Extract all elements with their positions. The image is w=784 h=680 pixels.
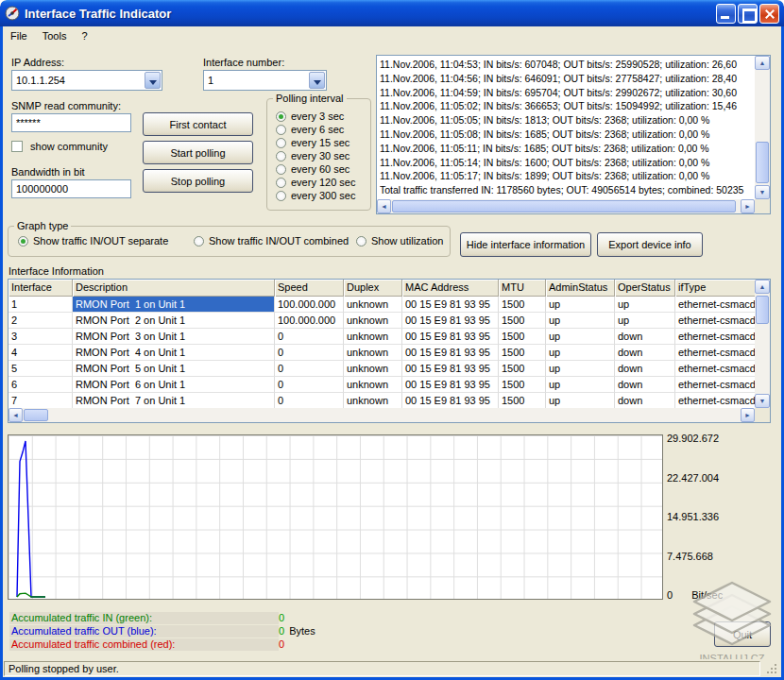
table-vertical-scrollbar[interactable]: ▲ ▼: [755, 280, 770, 408]
table-hscroll-thumb[interactable]: [24, 409, 48, 421]
scroll-right-icon[interactable]: ►: [741, 408, 755, 422]
polling-interval-option[interactable]: every 15 sec: [276, 137, 368, 150]
graph-type-option[interactable]: Show traffic IN/OUT combined: [194, 235, 349, 248]
interface-table: InterfaceDescriptionSpeedDuplexMAC Addre…: [8, 279, 771, 423]
polling-interval-option[interactable]: every 3 sec: [276, 110, 368, 124]
log-line: 11.Nov.2006, 11:05:14; IN bits/s: 1600; …: [380, 156, 753, 170]
menu-item-help[interactable]: ?: [74, 28, 94, 43]
radio-icon: [276, 164, 286, 175]
table-cell: ethernet-csmacd: [675, 393, 755, 408]
table-cell: up: [546, 329, 615, 345]
column-header-mtu[interactable]: MTU: [499, 280, 546, 297]
column-header-iftype[interactable]: ifType: [675, 280, 755, 297]
table-cell: 0: [275, 345, 344, 361]
polling-interval-option[interactable]: every 120 sec: [276, 177, 368, 190]
export-device-info-button[interactable]: Export device info: [597, 232, 703, 257]
table-cell: RMON Port 6 on Unit 1: [73, 377, 275, 393]
dropdown-arrow-icon[interactable]: [145, 72, 161, 89]
log-vscroll-thumb[interactable]: [756, 142, 769, 183]
radio-icon: [276, 191, 286, 201]
accumulated-value: 0: [279, 612, 284, 623]
table-row[interactable]: 5RMON Port 5 on Unit 10unknown00 15 E9 8…: [9, 361, 755, 377]
table-body: 1RMON Port 1 on Unit 1100.000.000unknown…: [9, 297, 755, 408]
polling-interval-title: Polling interval: [273, 93, 347, 104]
ip-address-select[interactable]: 10.1.1.254: [11, 70, 162, 91]
scroll-down-icon[interactable]: ▼: [755, 185, 770, 199]
checkbox-label: show community: [30, 141, 108, 152]
menu-item-file[interactable]: File: [3, 28, 35, 43]
polling-interval-option[interactable]: every 6 sec: [276, 124, 368, 137]
snmp-community-input[interactable]: [11, 113, 131, 132]
log-horizontal-scrollbar[interactable]: ◄ ►: [377, 199, 755, 213]
tick-value: 14.951.336: [667, 511, 719, 522]
close-button[interactable]: [759, 4, 779, 24]
show-community-checkbox[interactable]: show community: [11, 141, 108, 154]
table-cell: unknown: [344, 361, 402, 377]
scroll-right-icon[interactable]: ►: [741, 199, 755, 213]
accumulated-traffic: Accumulated traffic IN (green):0Accumula…: [9, 612, 416, 652]
radio-icon: [18, 236, 28, 246]
log-hscroll-thumb[interactable]: [392, 200, 736, 212]
scroll-left-icon[interactable]: ◄: [9, 408, 23, 422]
graph-type-option[interactable]: Show utilization: [356, 235, 443, 248]
polling-interval-option[interactable]: every 30 sec: [276, 150, 368, 163]
y-axis-tick: 7.475.668: [667, 551, 713, 562]
radio-label: every 60 sec: [291, 163, 349, 175]
table-vscroll-thumb[interactable]: [756, 296, 769, 324]
dropdown-arrow-icon[interactable]: [309, 72, 325, 89]
menu-item-tools[interactable]: Tools: [35, 28, 75, 43]
polling-interval-option[interactable]: every 300 sec: [276, 190, 368, 203]
y-axis-unit: Bit/sec: [691, 589, 723, 601]
column-header-duplex[interactable]: Duplex: [344, 280, 402, 297]
log-output[interactable]: 11.Nov.2006, 11:04:53; IN bits/s: 607048…: [376, 55, 771, 214]
first-contact-button[interactable]: First contact: [143, 112, 253, 136]
table-cell: 3: [9, 329, 73, 345]
table-row[interactable]: 6RMON Port 6 on Unit 10unknown00 15 E9 8…: [9, 377, 755, 393]
accumulated-unit: Bytes: [289, 625, 315, 637]
column-header-speed[interactable]: Speed: [275, 280, 344, 297]
scroll-up-icon[interactable]: ▲: [755, 56, 770, 70]
radio-icon: [276, 178, 286, 188]
polling-interval-option[interactable]: every 60 sec: [276, 163, 368, 177]
column-header-adminstatus[interactable]: AdminStatus: [546, 280, 615, 297]
column-header-description[interactable]: Description: [73, 280, 275, 297]
log-vertical-scrollbar[interactable]: ▲ ▼: [755, 56, 770, 199]
quit-button[interactable]: Quit: [714, 621, 771, 647]
hide-interface-info-button[interactable]: Hide interface information: [460, 232, 591, 257]
graph-type-option[interactable]: Show traffic IN/OUT separate: [18, 235, 168, 248]
table-row[interactable]: 7RMON Port 7 on Unit 10unknown00 15 E9 8…: [9, 393, 755, 408]
table-cell: ethernet-csmacd: [675, 361, 755, 377]
minimize-button[interactable]: [716, 4, 736, 24]
title-bar[interactable]: Interface Traffic Indicator: [0, 0, 784, 26]
column-header-macaddress[interactable]: MAC Address: [402, 280, 499, 297]
table-row[interactable]: 1RMON Port 1 on Unit 1100.000.000unknown…: [9, 297, 755, 313]
accumulated-label: Accumulated traffic combined (red):: [9, 638, 279, 651]
interface-number-select[interactable]: 1: [203, 70, 327, 91]
scroll-up-icon[interactable]: ▲: [755, 280, 770, 294]
scroll-left-icon[interactable]: ◄: [377, 199, 391, 213]
stop-polling-button[interactable]: Stop polling: [143, 169, 253, 193]
table-horizontal-scrollbar[interactable]: ◄ ►: [9, 408, 755, 422]
radio-label: every 30 sec: [291, 150, 349, 162]
column-header-interface[interactable]: Interface: [9, 280, 73, 297]
table-cell: ethernet-csmacd: [675, 297, 755, 313]
table-row[interactable]: 2RMON Port 2 on Unit 1100.000.000unknown…: [9, 313, 755, 329]
table-cell: 00 15 E9 81 93 95: [402, 361, 499, 377]
maximize-button[interactable]: [738, 4, 758, 24]
traffic-graph-plot: [9, 435, 662, 599]
column-header-operstatus[interactable]: OperStatus: [615, 280, 675, 297]
scroll-down-icon[interactable]: ▼: [755, 394, 770, 408]
table-cell: ethernet-csmacd: [675, 329, 755, 345]
ip-address-label: IP Address:: [11, 57, 64, 68]
resize-grip-icon[interactable]: [767, 663, 779, 675]
bandwidth-input[interactable]: [11, 179, 131, 198]
table-cell: 1500: [499, 393, 546, 408]
table-row[interactable]: 3RMON Port 3 on Unit 10unknown00 15 E9 8…: [9, 329, 755, 345]
radio-label: Show utilization: [371, 235, 443, 246]
app-icon: [5, 6, 20, 21]
table-row[interactable]: 4RMON Port 4 on Unit 10unknown00 15 E9 8…: [9, 345, 755, 361]
table-cell: 6: [9, 377, 73, 393]
log-line: Total traffic transferred IN: 1178560 by…: [380, 183, 753, 197]
table-cell: 0: [275, 377, 344, 393]
start-polling-button[interactable]: Start polling: [143, 141, 253, 164]
